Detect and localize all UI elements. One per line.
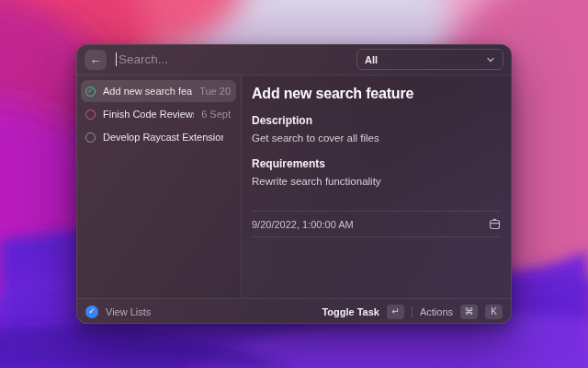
due-date-value: 9/20/2022, 1:00:00 AM [252, 219, 489, 230]
task-date: 6 Sept [201, 109, 231, 120]
task-detail-panel: Add new search feature Description Get s… [242, 75, 512, 298]
return-key-icon: ↵ [387, 305, 404, 319]
filter-dropdown[interactable]: All [356, 49, 503, 70]
raycast-window: ← Search... All ✓ Add new search feature… [76, 44, 512, 324]
task-status-icon[interactable] [85, 109, 96, 120]
back-arrow-icon: ← [90, 52, 102, 66]
section-heading: Description [252, 114, 501, 127]
calendar-icon [489, 218, 501, 230]
search-header: ← Search... All [76, 44, 512, 75]
task-date: Tue 20 [199, 86, 231, 97]
due-date-field[interactable]: 9/20/2022, 1:00:00 AM [252, 211, 501, 237]
app-icon: ✓ [85, 305, 98, 318]
detail-title: Add new search feature [252, 86, 501, 102]
section-body: Get search to cover all files [252, 132, 501, 144]
search-input[interactable]: Search... [116, 52, 347, 66]
list-item[interactable]: Develop Raycast Extension [81, 126, 236, 148]
filter-dropdown-value: All [365, 54, 486, 65]
task-label: Develop Raycast Extension [103, 132, 223, 143]
search-placeholder: Search... [119, 52, 168, 66]
desktop: { "window": { "header": { "back_glyph": … [0, 0, 588, 368]
task-list: ✓ Add new search feature Tue 20 Finish C… [76, 75, 242, 298]
section-heading: Requirements [252, 157, 501, 170]
task-status-icon[interactable]: ✓ [85, 86, 96, 97]
back-button[interactable]: ← [85, 50, 107, 70]
actions-button[interactable]: Actions [420, 306, 453, 317]
toggle-task-button[interactable]: Toggle Task [322, 306, 379, 317]
window-body: ✓ Add new search feature Tue 20 Finish C… [76, 75, 512, 298]
task-label: Finish Code Reviews [103, 109, 194, 120]
list-item[interactable]: Finish Code Reviews 6 Sept [81, 103, 236, 125]
chevron-down-icon [486, 55, 495, 64]
checkmark-icon: ✓ [87, 87, 94, 95]
text-caret [116, 52, 117, 66]
footer-divider [412, 306, 413, 317]
cmd-key-icon: ⌘ [460, 305, 478, 319]
view-lists-label: View Lists [106, 306, 314, 317]
task-status-icon[interactable] [85, 132, 96, 143]
task-label: Add new search feature [103, 86, 192, 97]
section-body: Rewrite search functionality [252, 176, 501, 187]
list-item[interactable]: ✓ Add new search feature Tue 20 [81, 80, 236, 102]
k-key-icon: K [485, 305, 503, 319]
action-bar: ✓ View Lists Toggle Task ↵ Actions ⌘ K [76, 298, 512, 324]
app-check-glyph: ✓ [88, 307, 96, 316]
